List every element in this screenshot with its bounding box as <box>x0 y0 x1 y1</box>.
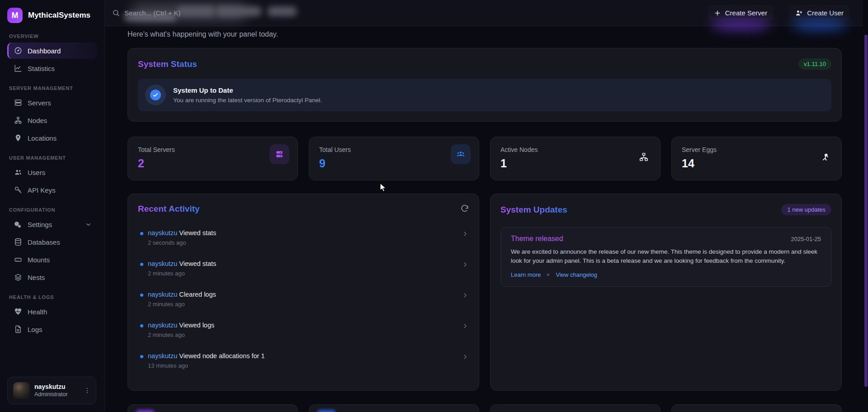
activity-time: 2 minutes ago <box>148 301 216 308</box>
create-server-label: Create Server <box>725 9 767 17</box>
activity-dot-icon <box>140 232 143 235</box>
activity-row[interactable]: nayskutzu Viewed logs 2 minutes ago <box>138 322 469 338</box>
stat-card-total-servers: Total Servers 2 <box>127 137 298 180</box>
sidebar: M MythicalSystems Overview Dashboard Sta… <box>0 0 105 412</box>
partial-card <box>309 404 479 412</box>
learn-more-link[interactable]: Learn more <box>511 271 541 278</box>
section-label-health-logs: Health & Logs <box>9 294 97 300</box>
sidebar-item-label: Servers <box>28 99 51 107</box>
recent-activity-title: Recent Activity <box>138 204 200 214</box>
chart-line-icon <box>14 64 22 72</box>
sidebar-item-statistics[interactable]: Statistics <box>7 60 97 76</box>
activity-time: 13 minutes ago <box>148 362 265 369</box>
server-icon <box>269 144 289 164</box>
profile-menu-icon[interactable]: ⋮ <box>84 389 90 392</box>
partial-card <box>490 404 660 412</box>
update-description: We are excited to announce the release o… <box>511 247 821 265</box>
button-glow <box>792 19 847 31</box>
activity-action: Viewed stats <box>179 229 216 237</box>
sidebar-item-databases[interactable]: Databases <box>7 234 97 250</box>
topbar: Create Server Create User <box>105 0 868 26</box>
users-icon <box>14 168 22 176</box>
brand: M MythicalSystems <box>7 6 97 24</box>
view-changelog-link[interactable]: View changelog <box>556 271 597 278</box>
stat-label: Server Eggs <box>682 146 831 153</box>
activity-user[interactable]: nayskutzu <box>148 352 177 360</box>
profile-card[interactable]: nayskutzu Administrator ⋮ <box>7 377 96 404</box>
sidebar-item-mounts[interactable]: Mounts <box>7 251 97 268</box>
system-updates-card: System Updates 1 new updates Theme relea… <box>490 194 842 391</box>
activity-user[interactable]: nayskutzu <box>148 291 177 298</box>
activity-action: Viewed logs <box>179 322 214 329</box>
admin-panel: M MythicalSystems Overview Dashboard Sta… <box>0 0 868 412</box>
sidebar-item-label: Databases <box>28 238 60 246</box>
sidebar-item-servers[interactable]: Servers <box>7 95 97 111</box>
chevron-down-icon <box>85 221 92 228</box>
chevron-right-icon <box>462 322 469 330</box>
sidebar-item-api-keys[interactable]: API Keys <box>7 182 97 198</box>
sidebar-item-label: Users <box>28 169 45 176</box>
activity-row[interactable]: nayskutzu Cleared logs 2 minutes ago <box>138 291 469 308</box>
system-status-title: System Status <box>138 59 197 69</box>
partial-card <box>671 404 842 412</box>
stat-card-server-eggs: Server Eggs 14 <box>671 137 842 180</box>
new-updates-badge: 1 new updates <box>781 204 831 215</box>
sidebar-item-dashboard[interactable]: Dashboard <box>7 43 97 59</box>
dot-separator <box>547 274 549 276</box>
scrollbar-thumb[interactable] <box>864 35 868 387</box>
activity-action: Viewed node allocations for 1 <box>179 352 264 360</box>
stat-value: 1 <box>500 157 650 170</box>
sidebar-item-settings[interactable]: Settings <box>7 216 97 232</box>
create-user-button[interactable]: Create User <box>789 5 850 21</box>
create-user-label: Create User <box>807 9 844 17</box>
activity-row[interactable]: nayskutzu Viewed stats 2 minutes ago <box>138 260 469 277</box>
status-description: You are running the latest version of Pt… <box>173 97 322 104</box>
partial-card <box>127 404 298 412</box>
search-input[interactable] <box>124 9 260 17</box>
system-status-card: System Status v1.11.10 System Up to Date… <box>127 48 842 122</box>
sidebar-item-logs[interactable]: Logs <box>7 321 97 337</box>
hard-drive-icon <box>14 256 22 264</box>
status-message-panel: System Up to Date You are running the la… <box>138 79 831 111</box>
avatar <box>13 382 30 399</box>
activity-dot-icon <box>140 294 143 297</box>
activity-list: nayskutzu Viewed stats 2 seconds ago nay… <box>138 229 469 369</box>
layers-icon <box>14 273 22 281</box>
gauge-icon <box>14 47 22 55</box>
topbar-actions: Create Server Create User <box>708 5 850 21</box>
brand-logo-icon: M <box>7 8 23 23</box>
create-server-button[interactable]: Create Server <box>708 5 774 21</box>
activity-row[interactable]: nayskutzu Viewed node allocations for 1 … <box>138 352 469 369</box>
activity-row[interactable]: nayskutzu Viewed stats 2 seconds ago <box>138 229 469 246</box>
stat-value: 14 <box>682 157 831 170</box>
activity-user[interactable]: nayskutzu <box>148 322 177 329</box>
refresh-icon <box>461 205 469 213</box>
section-label-server-management: Server Management <box>9 85 97 91</box>
scrollbar-track[interactable] <box>863 0 868 412</box>
activity-dot-icon <box>140 263 143 266</box>
partial-title-stub <box>317 410 335 412</box>
server-icon <box>14 99 22 107</box>
heart-pulse-icon <box>14 308 22 316</box>
status-title: System Up to Date <box>173 86 322 94</box>
sidebar-item-users[interactable]: Users <box>7 164 97 180</box>
sidebar-item-health[interactable]: Health <box>7 303 97 320</box>
sidebar-item-nodes[interactable]: Nodes <box>7 112 97 128</box>
user-plus-icon <box>795 9 803 17</box>
stats-row: Total Servers 2 Total Users 9 Active Nod… <box>127 137 842 180</box>
sidebar-item-nests[interactable]: Nests <box>7 269 97 285</box>
sidebar-item-label: API Keys <box>28 186 56 194</box>
sidebar-item-label: Logs <box>28 326 42 333</box>
sidebar-item-locations[interactable]: Locations <box>7 130 97 146</box>
egg-icon <box>815 147 835 167</box>
refresh-button[interactable] <box>461 205 469 213</box>
activity-action: Viewed stats <box>179 260 216 267</box>
stat-card-active-nodes: Active Nodes 1 <box>490 137 660 180</box>
sidebar-item-label: Dashboard <box>28 47 61 55</box>
activity-user[interactable]: nayskutzu <box>148 229 177 237</box>
network-icon <box>634 147 654 167</box>
network-icon <box>14 116 22 124</box>
activity-time: 2 minutes ago <box>148 270 216 277</box>
section-label-user-management: User Management <box>9 155 97 161</box>
activity-user[interactable]: nayskutzu <box>148 260 177 267</box>
